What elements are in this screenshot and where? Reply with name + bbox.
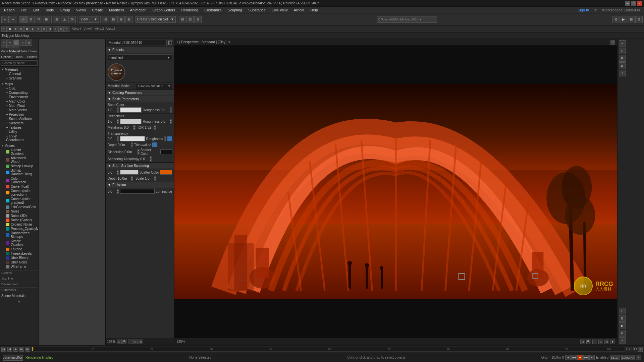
item-curve-float[interactable]: Curve (float) (1, 184, 37, 189)
layer-button[interactable]: ⊟ (179, 16, 186, 23)
vp-btn-5[interactable]: ⊞ (604, 340, 609, 344)
sss-dn[interactable]: ▼ (117, 172, 119, 175)
metal-up[interactable]: ▲ (133, 125, 136, 127)
viewport-3d-scene[interactable]: RR RRCG 人人素材 (174, 84, 617, 299)
rp-view-btn-3[interactable]: ▶ (619, 322, 626, 329)
item-utility[interactable]: + Utility (1, 130, 37, 134)
sub-tool-4[interactable]: ⊞ (18, 26, 24, 32)
layer2-button[interactable]: ⊡ (186, 16, 194, 23)
trans-rough-up[interactable]: ▲ (164, 136, 166, 139)
menu-graph-editors[interactable]: Graph Editors (150, 7, 178, 13)
rough-dn[interactable]: ▼ (170, 110, 172, 113)
viewport-expand-icon[interactable]: ▼ (228, 40, 231, 44)
scroll-down-icon[interactable]: ▼ (0, 298, 38, 305)
play-prev-button[interactable]: ◀◀ (571, 355, 577, 360)
maps-header[interactable]: ▼ Maps (1, 82, 37, 86)
presets-header[interactable]: ▼Presets (106, 47, 174, 53)
view-toggle-button[interactable]: G (133, 340, 138, 344)
metal-dn[interactable]: ▼ (133, 127, 136, 130)
item-math-vector[interactable]: + Math Vector (1, 108, 37, 112)
item-lift-gamma[interactable]: Lift/Gamma/Gain (1, 205, 37, 209)
sss-header[interactable]: ▼Sub - Surface Scattering (106, 163, 174, 169)
sss-scale-dn[interactable]: ▼ (154, 178, 156, 181)
lp-icon-link[interactable]: ⊕ (26, 40, 32, 46)
tab-material[interactable]: Material (9, 48, 20, 54)
values-header[interactable]: ▼ Values (1, 143, 37, 148)
stop-label-button[interactable]: 51:17 (610, 355, 620, 360)
emission-color-swatch[interactable] (120, 189, 155, 194)
array-button[interactable]: ⊞ (117, 16, 125, 23)
lp-icon-select[interactable]: ↖ (1, 40, 7, 46)
emission-up[interactable]: ▲ (117, 189, 119, 191)
vp-btn-6[interactable]: ▶ (610, 340, 615, 344)
sub-tool-6[interactable]: ◈ (30, 26, 35, 32)
menu-tools[interactable]: Tools (43, 7, 57, 13)
align-button[interactable]: ⊟ (102, 16, 109, 23)
sub-tool-12[interactable]: ✦ (64, 26, 69, 32)
menu-group[interactable]: Group (57, 7, 73, 13)
item-projection[interactable]: + Projection (1, 112, 37, 117)
item-adv-wood[interactable]: Advanced Wood (1, 156, 37, 164)
item-color-correction[interactable]: Color Correction (1, 176, 37, 184)
sss-scale-up[interactable]: ▲ (154, 176, 156, 178)
play-fwd-button[interactable]: ▶▶ (583, 355, 589, 360)
vp-btn-4[interactable]: G (598, 340, 603, 344)
timeline-end-button[interactable]: ▶| (25, 347, 30, 352)
signin-button[interactable]: Sign In (575, 7, 592, 13)
array-modifier-button[interactable]: Array modifier (3, 355, 23, 361)
tab-utilities[interactable]: Utilities (26, 54, 38, 59)
sub-tool-2[interactable]: ◼ (7, 26, 12, 32)
sub-tool-1[interactable]: ◻ (1, 26, 7, 32)
sub-tool-11[interactable]: ⊞ (58, 26, 64, 32)
rp-view-btn-4[interactable]: ⊞ (619, 330, 626, 337)
scale-tool[interactable]: ⊠ (43, 16, 50, 23)
vp-btn-1[interactable]: ⊡ (580, 340, 585, 344)
menu-substance[interactable]: Substance (246, 7, 268, 13)
play-end-button[interactable]: ▶| (589, 355, 595, 360)
minimize-button[interactable]: ─ (625, 1, 630, 6)
rp-btn-1[interactable]: + (619, 40, 626, 47)
menu-arnold[interactable]: Arnold (291, 7, 307, 13)
select-all-button[interactable]: Select All (621, 355, 635, 360)
maximize-button[interactable]: □ (631, 1, 636, 6)
item-curves-cc[interactable]: Curves (color correction) (1, 189, 37, 197)
tab-select[interactable]: Select (20, 48, 29, 54)
item-wireframe[interactable]: Wireframe (1, 264, 37, 269)
clone-button[interactable]: ⊠ (125, 16, 132, 23)
refl-color-swatch[interactable] (120, 119, 142, 124)
zoom-fit-button[interactable]: ⊡ (117, 340, 122, 344)
tab-mode[interactable]: Mode (0, 48, 9, 54)
menu-scripting[interactable]: Scripting (225, 7, 245, 13)
item-math-color[interactable]: + Math Color (1, 99, 37, 104)
disp-dn[interactable]: ▼ (137, 152, 140, 155)
trans-color-swatch[interactable] (120, 136, 145, 141)
item-switchers[interactable]: + Switchers (1, 121, 37, 125)
item-osl[interactable]: + OSL (1, 86, 37, 90)
menu-modifiers[interactable]: Modifiers (106, 7, 127, 13)
material-id-input[interactable]: Material #2191059410 (107, 40, 167, 46)
search-input[interactable] (1, 60, 38, 66)
play-stop-button[interactable]: ■ (577, 355, 583, 360)
item-textures[interactable]: + Textures (1, 125, 37, 130)
trans-up[interactable]: ▲ (117, 136, 119, 139)
item-tritone[interactable]: Tri-tone (1, 247, 37, 251)
snap-angle-button[interactable]: ∡ (61, 16, 68, 23)
item-general[interactable]: + General (1, 72, 37, 76)
undo-button[interactable]: ↩ (1, 16, 9, 23)
mat-preview-sphere[interactable]: PhysicalMaterial (108, 63, 125, 81)
item-bitmap-random[interactable]: Bitmap Random Tiling (1, 168, 37, 176)
redo-button[interactable]: ↪ (9, 16, 16, 23)
item-simple-gradient[interactable]: Simple Gradient (1, 239, 37, 247)
selection-dropdown[interactable]: Create Selection Set▼ (136, 16, 176, 23)
select-tool[interactable]: ⊹ (19, 16, 27, 23)
materials-header[interactable]: ▼ Materials (1, 67, 37, 72)
timeline-play-button[interactable]: ▶ (13, 347, 18, 352)
snap-3d-button[interactable]: ⊞ (53, 16, 60, 23)
render-frame-button[interactable]: ⊞ (628, 16, 635, 23)
item-4point[interactable]: 4-point Gradient (1, 148, 37, 156)
view4-label[interactable]: View4 (106, 27, 115, 31)
menu-reach[interactable]: Reach (1, 7, 17, 13)
item-uvw[interactable]: + UVW Coordinates (1, 134, 37, 142)
base-dn[interactable]: ▼ (117, 110, 119, 113)
item-bitmap-lookup[interactable]: Bitmap Lookup (1, 164, 37, 168)
